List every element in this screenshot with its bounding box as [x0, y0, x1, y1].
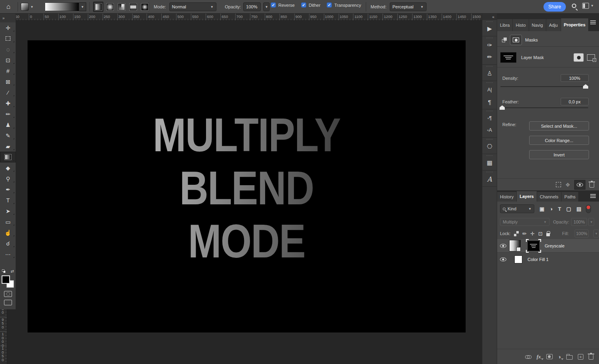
tab-channels[interactable]: Channels: [537, 192, 561, 202]
layer-name[interactable]: Greyscale: [545, 243, 565, 248]
color-range-button[interactable]: Color Range...: [529, 136, 589, 145]
new-layer-icon[interactable]: +: [578, 354, 583, 360]
lock-position-icon[interactable]: ✛: [530, 231, 535, 237]
add-vector-mask-icon[interactable]: +: [587, 54, 595, 61]
tab-libraries[interactable]: Libra: [497, 19, 512, 31]
history-brush-tool[interactable]: ✎: [0, 130, 16, 141]
panel-group-handle[interactable]: [482, 154, 497, 157]
eraser-tool[interactable]: ▰: [0, 141, 16, 152]
panel-group-handle[interactable]: [482, 109, 497, 112]
layer-name[interactable]: Color Fill 1: [528, 257, 549, 262]
layer-row-greyscale[interactable]: Greyscale: [497, 239, 599, 253]
tab-layers[interactable]: Layers: [517, 191, 536, 202]
layer-mask-thumbnail[interactable]: [528, 241, 539, 251]
eyedropper-tool[interactable]: ∕: [0, 87, 16, 98]
path-selection-tool[interactable]: ➤: [0, 206, 16, 216]
delete-mask-icon[interactable]: [589, 183, 594, 188]
layers-opacity-input[interactable]: 100%: [571, 218, 587, 226]
feather-input[interactable]: 0,0 px: [561, 98, 589, 105]
filter-type-layers-icon[interactable]: T: [558, 206, 561, 212]
gradient-preview[interactable]: [45, 2, 79, 11]
tab-adjustments[interactable]: Adju: [546, 19, 561, 31]
clone-stamp-tool[interactable]: ♟: [0, 119, 16, 130]
kind-filter-select[interactable]: Kind ▼: [500, 204, 534, 213]
tools-panel-expand-icon[interactable]: »: [0, 14, 16, 22]
add-layer-mask-icon[interactable]: [546, 354, 553, 359]
mask-visibility-well[interactable]: [574, 180, 585, 190]
dither-checkbox[interactable]: ✓Dither: [301, 2, 320, 8]
rectangle-tool[interactable]: ▭: [0, 216, 16, 227]
paragraph-styles-panel-icon[interactable]: ▫¶: [482, 112, 497, 124]
gradient-picker-button[interactable]: ▼: [79, 2, 86, 11]
radial-gradient-style-button[interactable]: [105, 2, 115, 12]
fill-input[interactable]: 100%: [575, 229, 589, 237]
filter-toggle[interactable]: [586, 205, 591, 213]
rectangular-marquee-tool[interactable]: [0, 33, 16, 44]
actions-panel-icon[interactable]: ▶: [482, 23, 497, 35]
pattern-preview-panel-icon[interactable]: ▦: [482, 157, 497, 169]
method-select[interactable]: Perceptual▼: [390, 2, 426, 11]
lock-transparency-icon[interactable]: [514, 231, 519, 236]
reflected-gradient-style-button[interactable]: [128, 2, 138, 12]
character-panel-icon[interactable]: A|: [482, 84, 497, 96]
load-selection-icon[interactable]: [556, 182, 561, 187]
type-tool[interactable]: T: [0, 195, 16, 206]
expand-panels-icon[interactable]: «: [482, 14, 497, 20]
tab-properties[interactable]: Properties: [561, 18, 588, 31]
tab-navigator[interactable]: Navig: [529, 19, 546, 31]
pixel-layer-properties-icon[interactable]: [502, 38, 507, 42]
filter-adjustment-layers-icon[interactable]: ◑: [549, 206, 553, 212]
quick-mask-button[interactable]: [4, 291, 12, 297]
frame-tool[interactable]: ⊠: [0, 76, 16, 87]
move-tool[interactable]: ✛: [0, 22, 16, 33]
layers-opacity-dropdown[interactable]: ▼: [588, 218, 594, 226]
glyphs-panel-icon[interactable]: A: [482, 173, 497, 185]
clone-source-panel-icon[interactable]: ♙: [482, 67, 497, 79]
layer-visibility-toggle[interactable]: [497, 257, 509, 261]
workspace-icon[interactable]: ▼: [582, 3, 594, 9]
object-selection-tool[interactable]: ⊡: [0, 55, 16, 65]
layer-row-color-fill[interactable]: Color Fill 1: [497, 253, 599, 265]
panel-group-handle[interactable]: [482, 81, 497, 84]
home-icon[interactable]: ⌂: [6, 3, 10, 11]
blur-tool[interactable]: ◆: [0, 162, 16, 173]
feather-slider-thumb[interactable]: [500, 105, 505, 110]
layer-thumbnail[interactable]: [514, 255, 522, 263]
layer-visibility-toggle[interactable]: [497, 244, 509, 248]
apply-mask-icon[interactable]: ❖: [565, 182, 570, 188]
screen-mode-button[interactable]: [4, 300, 12, 305]
density-slider[interactable]: [500, 86, 588, 87]
mask-properties-icon[interactable]: [510, 35, 522, 45]
linear-gradient-style-button[interactable]: [93, 2, 103, 12]
lock-all-icon[interactable]: [546, 233, 550, 236]
horizontal-ruler[interactable]: 5005010015020025030035040045050055060065…: [7, 14, 482, 21]
spot-healing-brush-tool[interactable]: ✚: [0, 98, 16, 109]
opacity-dropdown-button[interactable]: ▼: [263, 2, 270, 11]
gradient-tool[interactable]: [0, 152, 16, 162]
filter-pixel-layers-icon[interactable]: ▣: [539, 206, 544, 212]
foreground-color-swatch[interactable]: [2, 275, 10, 284]
brush-tool[interactable]: ✏: [0, 109, 16, 119]
gradient-preset-icon[interactable]: ▼: [21, 2, 39, 12]
feather-slider[interactable]: [500, 107, 588, 108]
lasso-tool[interactable]: ◌: [0, 44, 16, 55]
share-button[interactable]: Share: [543, 2, 566, 12]
swap-colors-icon[interactable]: ⇄: [11, 269, 14, 273]
panel-group-handle[interactable]: [482, 170, 497, 173]
dodge-tool[interactable]: ⚲: [0, 173, 16, 184]
select-mask-button[interactable]: [573, 53, 584, 62]
density-slider-thumb[interactable]: [583, 84, 588, 89]
panel-group-handle[interactable]: [482, 36, 497, 39]
layer-mask-thumbnail[interactable]: [500, 52, 516, 63]
blend-mode-select[interactable]: Multiply ▼: [500, 218, 549, 226]
lock-artboard-icon[interactable]: ⊡: [538, 231, 543, 237]
panel-group-handle[interactable]: [482, 138, 497, 140]
brushes-panel-icon[interactable]: ✏: [482, 51, 497, 63]
angle-gradient-style-button[interactable]: [116, 2, 127, 12]
select-and-mask-button[interactable]: Select and Mask...: [529, 121, 589, 131]
link-layers-icon[interactable]: [525, 355, 532, 358]
reverse-checkbox[interactable]: ✓Reverse: [271, 2, 295, 8]
filter-smart-objects-icon[interactable]: ▤: [576, 206, 581, 212]
density-input[interactable]: 100%: [561, 74, 589, 82]
lock-paint-icon[interactable]: ✏: [522, 231, 527, 237]
